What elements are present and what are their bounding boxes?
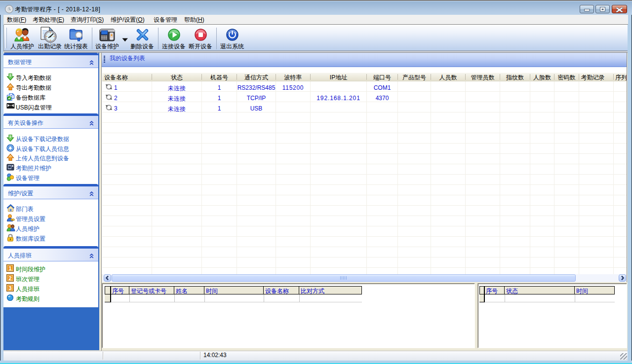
svg-text:1: 1 [8,265,11,271]
svg-text:3: 3 [8,285,11,291]
svg-text:2: 2 [8,275,11,281]
